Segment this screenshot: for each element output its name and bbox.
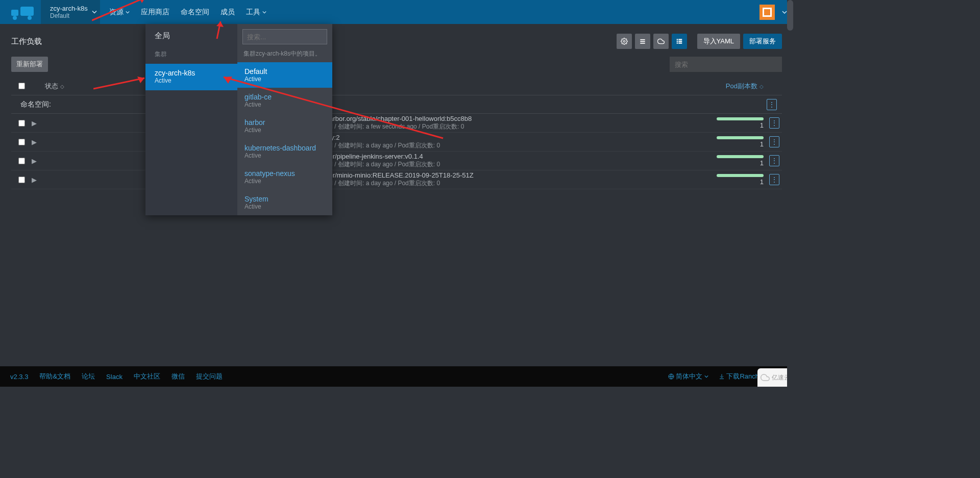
footer: v2.3.3 帮助&文档 论坛 Slack 中文社区 微信 提交问题 简体中文 …: [0, 366, 793, 387]
redeploy-button[interactable]: 重新部署: [11, 57, 48, 72]
table-header: 状态◇ 镜像◇ Pod副本数◇: [11, 77, 782, 95]
svg-point-2: [13, 16, 17, 20]
table-row: ▶rancher/pipeline-jenkins-server:v0.1.41…: [11, 152, 782, 170]
logo[interactable]: [11, 0, 41, 24]
sort-icon: ◇: [760, 84, 764, 89]
play-icon[interactable]: ▶: [32, 138, 45, 146]
dropdown-project-item[interactable]: SystemActive: [237, 190, 332, 215]
cloud-icon: [761, 373, 770, 382]
nav-resources[interactable]: 资源: [109, 8, 130, 17]
svg-rect-6: [640, 41, 645, 42]
row-menu-button[interactable]: ⋮: [769, 174, 779, 185]
view-list-icon[interactable]: [635, 34, 650, 49]
table-row: ▶registry:21个Pod / 创建时间: a day ago / Pod…: [11, 133, 782, 152]
row-meta: 1个Pod / 创建时间: a day ago / Pod重启次数: 0: [312, 141, 700, 150]
cluster-selector[interactable]: zcy-arch-k8s Default: [41, 0, 100, 24]
play-icon[interactable]: ▶: [32, 176, 45, 184]
dropdown-project-item[interactable]: DefaultActive: [237, 62, 332, 88]
row-meta: 1个Pod / 创建时间: a day ago / Pod重启次数: 0: [312, 179, 700, 188]
deploy-button[interactable]: 部署服务: [743, 34, 782, 49]
footer-slack[interactable]: Slack: [106, 373, 122, 381]
svg-rect-8: [676, 39, 677, 40]
row-menu-button[interactable]: ⋮: [769, 136, 779, 147]
dropdown-hint: 集群zcy-arch-k8s中的项目。: [237, 49, 332, 62]
pod-progress: [717, 155, 764, 158]
chevron-down-icon: [92, 8, 97, 16]
namespace-label: 命名空间:: [20, 100, 51, 109]
row-menu-button[interactable]: ⋮: [769, 117, 779, 129]
row-menu-button[interactable]: ⋮: [767, 99, 777, 110]
footer-wechat[interactable]: 微信: [172, 372, 185, 381]
view-group-icon[interactable]: [672, 34, 687, 49]
chevron-down-icon[interactable]: [782, 10, 787, 15]
pod-count: 1: [760, 121, 764, 129]
dropdown-project-item[interactable]: gitlab-ceActive: [237, 88, 332, 113]
globe-icon: [668, 373, 674, 380]
footer-cn-community[interactable]: 中文社区: [134, 372, 160, 381]
svg-rect-5: [640, 39, 645, 40]
scrollbar[interactable]: [787, 0, 793, 387]
row-checkbox[interactable]: [18, 158, 25, 164]
svg-rect-7: [640, 43, 645, 44]
chevron-down-icon: [126, 10, 130, 14]
view-gear-icon[interactable]: [617, 34, 632, 49]
dropdown-project-item[interactable]: harborActive: [237, 113, 332, 139]
footer-issue[interactable]: 提交问题: [196, 372, 223, 381]
row-image: registry:2: [312, 134, 700, 141]
nav-namespaces[interactable]: 命名空间: [181, 8, 209, 17]
scrollbar-thumb[interactable]: [787, 0, 793, 31]
dropdown-project-item[interactable]: kubernetes-dashboardActive: [237, 139, 332, 164]
row-menu-button[interactable]: ⋮: [769, 155, 779, 166]
chevron-down-icon: [262, 10, 266, 14]
footer-forum[interactable]: 论坛: [82, 372, 95, 381]
nav-tools[interactable]: 工具: [246, 8, 266, 17]
dropdown-global[interactable]: 全局: [145, 24, 237, 48]
dropdown-project-item[interactable]: sonatype-nexusActive: [237, 164, 332, 190]
play-icon[interactable]: ▶: [32, 157, 45, 165]
svg-point-4: [623, 40, 625, 42]
pod-count: 1: [760, 140, 764, 148]
row-checkbox[interactable]: [18, 177, 25, 183]
cluster-sub: Default: [50, 12, 88, 19]
tab-workloads[interactable]: 工作负载: [11, 37, 42, 46]
row-meta: 1个Pod / 创建时间: a few seconds ago / Pod重启次…: [312, 122, 700, 131]
nav-members[interactable]: 成员: [220, 8, 235, 17]
pod-progress: [717, 174, 764, 177]
row-image: rancher/minio-minio:RELEASE.2019-09-25T1…: [312, 171, 700, 179]
dropdown-cluster-item[interactable]: zcy-arch-k8s Active: [145, 64, 237, 90]
svg-rect-11: [678, 41, 682, 42]
namespace-row: 命名空间: ⋮: [11, 95, 782, 114]
sort-icon: ◇: [60, 84, 64, 89]
dropdown-section-label: 集群: [145, 48, 237, 64]
footer-help[interactable]: 帮助&文档: [39, 372, 70, 381]
import-yaml-button[interactable]: 导入YAML: [697, 34, 740, 49]
select-all-checkbox[interactable]: [18, 83, 25, 89]
row-meta: 1个Pod / 创建时间: a day ago / Pod重启次数: 0: [312, 160, 700, 169]
play-icon[interactable]: ▶: [32, 119, 45, 127]
svg-rect-1: [20, 7, 34, 16]
filter-search-input[interactable]: [670, 57, 782, 72]
pod-count: 1: [760, 159, 764, 167]
svg-rect-0: [11, 10, 18, 16]
table-row: ▶rancher/minio-minio:RELEASE.2019-09-25T…: [11, 170, 782, 189]
table-row: ▶jiuxi.harbor.org/stable/chapter-001-hel…: [11, 114, 782, 133]
download-icon: [719, 373, 725, 380]
dropdown-search-input[interactable]: [242, 29, 327, 44]
nav-app-store[interactable]: 应用商店: [141, 8, 169, 17]
row-checkbox[interactable]: [18, 139, 25, 145]
cluster-name: zcy-arch-k8s: [50, 5, 88, 12]
view-cloud-icon[interactable]: [653, 34, 669, 49]
pod-count: 1: [760, 178, 764, 186]
svg-rect-13: [678, 42, 682, 43]
row-checkbox[interactable]: [18, 120, 25, 127]
row-image: jiuxi.harbor.org/stable/chapter-001-hell…: [312, 115, 700, 122]
svg-rect-9: [678, 39, 682, 40]
col-pod-replicas[interactable]: Pod副本数◇: [700, 82, 767, 91]
cluster-project-dropdown: 全局 集群 zcy-arch-k8s Active 集群zcy-arch-k8s…: [145, 24, 332, 215]
chevron-down-icon: [704, 374, 708, 379]
svg-rect-10: [676, 41, 677, 42]
pod-progress: [717, 136, 764, 139]
footer-lang[interactable]: 简体中文: [668, 372, 708, 381]
avatar[interactable]: [760, 5, 775, 20]
col-status[interactable]: 状态◇: [45, 82, 79, 91]
